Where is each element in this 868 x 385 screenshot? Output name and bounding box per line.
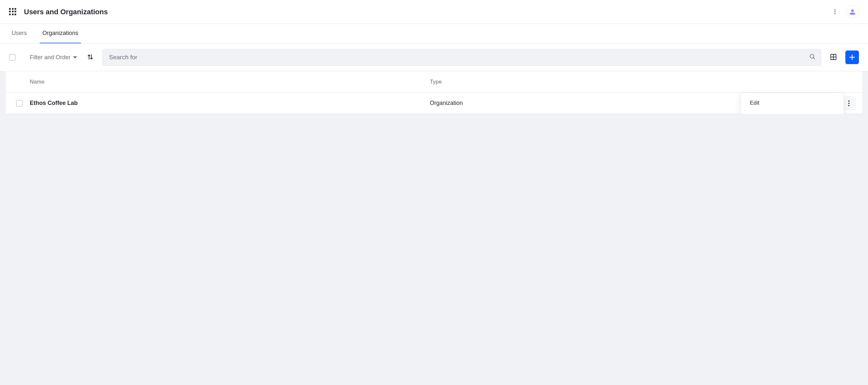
- header-actions: [830, 5, 859, 19]
- organizations-table: Name Type Ethos Coffee Lab Organization …: [6, 71, 862, 114]
- select-all-checkbox[interactable]: [9, 54, 16, 61]
- menu-item-edit[interactable]: Edit: [741, 95, 844, 111]
- filter-order-label: Filter and Order: [30, 54, 70, 61]
- header-options-button[interactable]: [830, 7, 840, 17]
- tab-users[interactable]: Users: [9, 24, 29, 44]
- row-actions-dropdown: Edit Manage Site Assign Organization Rol…: [741, 93, 844, 114]
- management-toolbar: Filter and Order: [0, 44, 868, 71]
- row-name[interactable]: Ethos Coffee Lab: [30, 100, 430, 107]
- tabs-bar: Users Organizations: [0, 24, 868, 44]
- column-header-name[interactable]: Name: [30, 79, 430, 85]
- caret-down-icon: [73, 56, 77, 59]
- menu-item-manage-site[interactable]: Manage Site: [741, 111, 844, 114]
- svg-point-0: [810, 54, 814, 58]
- search-input[interactable]: [102, 49, 822, 66]
- sort-arrows-icon: [87, 53, 94, 61]
- search-icon: [809, 53, 815, 61]
- user-icon: [849, 9, 856, 15]
- page-title: Users and Organizations: [24, 8, 830, 16]
- svg-line-1: [813, 58, 815, 59]
- search-container: [102, 49, 822, 66]
- add-button[interactable]: [845, 51, 859, 64]
- column-header-type[interactable]: Type: [430, 79, 830, 85]
- app-header: Users and Organizations: [0, 0, 868, 24]
- filter-order-button[interactable]: Filter and Order: [28, 52, 78, 63]
- view-toggle-button[interactable]: [828, 52, 839, 63]
- apps-menu-icon[interactable]: [9, 8, 17, 16]
- plus-icon: [848, 54, 856, 61]
- table-header-row: Name Type: [6, 71, 862, 93]
- row-actions-button[interactable]: [842, 96, 856, 110]
- grid-icon: [830, 53, 837, 61]
- tab-organizations[interactable]: Organizations: [40, 24, 81, 44]
- sort-direction-button[interactable]: [85, 52, 96, 63]
- avatar[interactable]: [846, 5, 859, 19]
- table-row[interactable]: Ethos Coffee Lab Organization Edit Manag…: [6, 93, 862, 114]
- row-checkbox[interactable]: [16, 100, 23, 107]
